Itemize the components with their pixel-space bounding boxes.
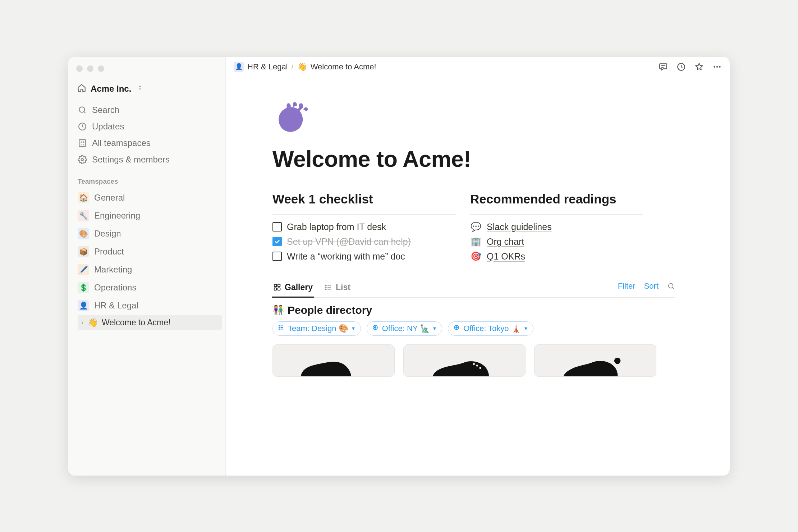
- target-icon: [372, 324, 379, 332]
- checkbox[interactable]: [272, 252, 282, 261]
- svg-point-26: [614, 358, 621, 364]
- svg-point-17: [279, 327, 280, 328]
- teamspace-label: Marketing: [94, 265, 132, 275]
- nav-updates[interactable]: Updates: [75, 119, 222, 134]
- teamspace-icon: 👤: [78, 300, 89, 311]
- teamspace-label: Operations: [94, 283, 136, 293]
- search-icon[interactable]: [667, 282, 675, 290]
- svg-point-0: [79, 107, 84, 112]
- teamspace-label: Product: [94, 247, 124, 257]
- filter-button[interactable]: Filter: [618, 281, 636, 291]
- checklist-item: Grab laptop from IT desk: [272, 220, 456, 234]
- sidebar-item-engineering[interactable]: 🔧 Engineering: [75, 207, 222, 224]
- svg-point-13: [325, 287, 326, 288]
- page-title[interactable]: Welcome to Acme!: [272, 146, 730, 172]
- nav-search[interactable]: Search: [75, 102, 222, 118]
- filter-chips: Team: Design 🎨 ▾ Office: NY 🗽 ▾: [272, 321, 675, 336]
- chevron-updown-icon: [137, 85, 143, 92]
- breadcrumb-separator: /: [292, 62, 294, 72]
- content-columns: Week 1 checklist Grab laptop from IT des…: [272, 192, 730, 264]
- close-dot[interactable]: [76, 65, 83, 72]
- divider: [470, 214, 643, 215]
- list-icon: [278, 324, 284, 332]
- gallery-card[interactable]: [272, 344, 395, 377]
- comments-icon[interactable]: [659, 62, 668, 72]
- view-tab-list[interactable]: List: [324, 279, 351, 297]
- checkbox[interactable]: [272, 222, 282, 231]
- chevron-down-icon: ▾: [524, 325, 527, 332]
- filter-chip-office-tokyo[interactable]: Office: Tokyo 🗼 ▾: [448, 321, 533, 336]
- reading-label: Org chart: [487, 237, 524, 247]
- updates-icon[interactable]: [677, 62, 686, 72]
- view-tab-label: Gallery: [285, 283, 313, 292]
- chevron-down-icon: ▾: [433, 325, 436, 332]
- sidebar-item-design[interactable]: 🎨 Design: [75, 225, 222, 242]
- divider: [272, 214, 456, 215]
- filter-chip-team[interactable]: Team: Design 🎨 ▾: [272, 321, 361, 336]
- sidebar-nav: Search Updates All teamspaces Settings &…: [75, 102, 222, 168]
- page-hero-icon[interactable]: [272, 98, 730, 143]
- view-tab-label: List: [336, 283, 350, 292]
- svg-rect-10: [274, 288, 276, 290]
- minimize-dot[interactable]: [87, 65, 93, 72]
- more-menu-icon[interactable]: [712, 62, 722, 72]
- svg-rect-2: [79, 139, 85, 147]
- gallery-card[interactable]: [403, 344, 526, 377]
- teamspace-label: Engineering: [94, 211, 140, 221]
- zoom-dot[interactable]: [98, 65, 104, 72]
- reading-item[interactable]: 💬 Slack guidelines: [470, 220, 643, 234]
- svg-rect-9: [278, 284, 280, 286]
- gallery-card[interactable]: [534, 344, 656, 377]
- view-actions: Filter Sort: [618, 281, 675, 294]
- svg-point-14: [325, 289, 326, 289]
- nav-label: All teamspaces: [92, 138, 151, 148]
- svg-point-22: [456, 327, 458, 329]
- sort-button[interactable]: Sort: [644, 281, 659, 291]
- sidebar-item-operations[interactable]: 💲 Operations: [75, 279, 222, 296]
- checklist-item: Set up VPN (@David can help): [272, 234, 456, 249]
- workspace-switcher[interactable]: Acme Inc.: [75, 82, 222, 96]
- checklist-label[interactable]: Grab laptop from IT desk: [287, 222, 386, 232]
- svg-rect-11: [278, 288, 280, 290]
- reading-label: Slack guidelines: [487, 222, 552, 232]
- breadcrumb-parent-icon: 👤: [234, 62, 244, 72]
- reading-item[interactable]: 🎯 Q1 OKRs: [470, 249, 643, 264]
- svg-rect-8: [274, 284, 276, 286]
- teamspaces-label: Teamspaces: [75, 168, 222, 189]
- view-tab-gallery[interactable]: Gallery: [272, 279, 313, 297]
- checkbox[interactable]: [272, 237, 282, 246]
- sidebar-item-general[interactable]: 🏠 General: [75, 189, 222, 206]
- sidebar-item-hr-legal[interactable]: 👤 HR & Legal: [75, 297, 222, 314]
- chip-label: Office: Tokyo 🗼: [463, 324, 520, 333]
- checklist-label[interactable]: Write a “working with me” doc: [287, 251, 405, 262]
- sidebar-item-product[interactable]: 📦 Product: [75, 243, 222, 260]
- reading-item[interactable]: 🏢 Org chart: [470, 234, 643, 249]
- nav-settings[interactable]: Settings & members: [75, 152, 222, 168]
- breadcrumb-page[interactable]: Welcome to Acme!: [311, 62, 376, 72]
- teamspace-icon: 🏠: [78, 192, 89, 203]
- readings-column: Recommended readings 💬 Slack guidelines …: [470, 192, 643, 264]
- filter-chip-office-ny[interactable]: Office: NY 🗽 ▾: [367, 321, 442, 336]
- teamspace-icon: 🔧: [78, 210, 89, 221]
- window-controls: [75, 63, 222, 82]
- svg-point-12: [325, 285, 326, 285]
- svg-point-6: [716, 66, 718, 67]
- page-content: Welcome to Acme! Week 1 checklist Grab l…: [226, 77, 730, 476]
- nav-label: Search: [92, 105, 119, 115]
- svg-point-18: [279, 329, 280, 329]
- nav-all-teamspaces[interactable]: All teamspaces: [75, 135, 222, 151]
- checklist-label[interactable]: Set up VPN (@David can help): [287, 237, 411, 247]
- database-title-emoji-icon: 👫: [272, 304, 284, 316]
- target-icon: [453, 324, 460, 332]
- checklist-item: Write a “working with me” doc: [272, 249, 456, 264]
- svg-point-7: [719, 66, 720, 67]
- breadcrumb-parent[interactable]: HR & Legal: [247, 62, 288, 72]
- svg-point-16: [279, 325, 280, 326]
- svg-point-24: [476, 364, 478, 366]
- sidebar-item-marketing[interactable]: 🖊️ Marketing: [75, 261, 222, 278]
- database-title-row[interactable]: 👫 People directory: [272, 298, 675, 321]
- reading-emoji-icon: 🎯: [470, 251, 482, 261]
- favorite-star-icon[interactable]: [694, 62, 704, 72]
- gallery-cards: [272, 344, 675, 377]
- sidebar-subpage-welcome[interactable]: › 👋 Welcome to Acme!: [78, 315, 222, 330]
